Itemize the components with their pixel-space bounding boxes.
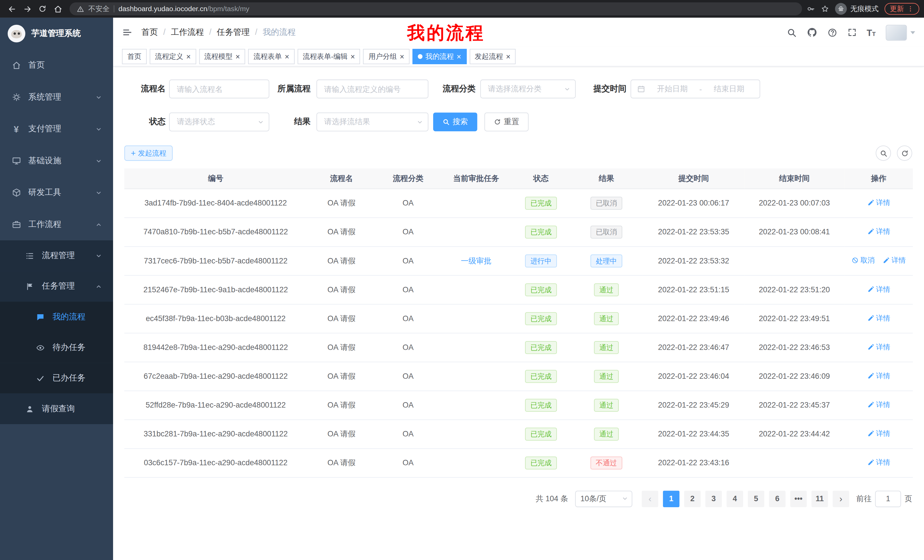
goto-page-input[interactable] — [875, 490, 901, 507]
process-definition-input[interactable] — [316, 79, 428, 99]
tab-close-icon[interactable]: × — [400, 53, 404, 60]
page-button[interactable]: 3 — [705, 490, 722, 507]
github-icon[interactable] — [807, 27, 817, 38]
logo[interactable]: 芋道管理系统 — [0, 18, 113, 49]
back-icon[interactable] — [5, 2, 19, 16]
update-button[interactable]: 更新 — [885, 3, 920, 15]
tab-item[interactable]: 发起流程× — [470, 49, 516, 64]
process-name-input[interactable] — [169, 79, 269, 99]
font-size-icon[interactable]: TT — [867, 27, 876, 37]
breadcrumb-item[interactable]: 首页 — [141, 27, 158, 38]
page-button[interactable]: 2 — [684, 490, 701, 507]
sidebar-item-infrastructure[interactable]: 基础设施 — [0, 145, 113, 177]
forward-icon[interactable] — [20, 2, 34, 16]
detail-action[interactable]: 详情 — [867, 342, 890, 352]
sidebar-item-done-tasks[interactable]: 已办任务 — [0, 363, 113, 393]
cell-actions: 详情 — [844, 304, 913, 333]
home-icon[interactable] — [51, 2, 65, 16]
refresh-button[interactable] — [897, 145, 912, 161]
address-bar[interactable]: 不安全 dashboard.yudao.iocoder.cn/bpm/task/… — [70, 2, 802, 15]
detail-action[interactable]: 详情 — [867, 458, 890, 467]
tab-close-icon[interactable]: × — [350, 53, 355, 60]
detail-action[interactable]: 详情 — [867, 429, 890, 439]
hamburger-icon[interactable] — [122, 27, 132, 38]
star-icon[interactable] — [821, 5, 829, 13]
cancel-action[interactable]: 取消 — [852, 256, 874, 265]
tab-close-icon[interactable]: × — [285, 53, 289, 60]
search-icon[interactable] — [787, 27, 796, 37]
search-toggle-button[interactable] — [876, 145, 891, 161]
cell-end-time: 2022-01-22 23:45:37 — [744, 391, 844, 419]
chevron-down-icon — [95, 94, 102, 100]
sidebar-item-todo-tasks[interactable]: 待办任务 — [0, 332, 113, 363]
start-date-placeholder: 开始日期 — [648, 84, 697, 94]
detail-action[interactable]: 详情 — [867, 198, 890, 208]
search-button[interactable]: 搜索 — [433, 112, 477, 131]
cell-end-time: 2022-01-22 23:46:53 — [744, 333, 844, 362]
current-task-link[interactable]: 一级审批 — [461, 256, 491, 265]
user-menu[interactable] — [886, 24, 915, 40]
tab-item[interactable]: 流程模型× — [199, 49, 245, 64]
incognito-chip[interactable]: 无痕模式 — [835, 3, 879, 15]
detail-action[interactable]: 详情 — [867, 313, 890, 323]
tabs-bar: 首页流程定义×流程模型×流程表单×流程表单-编辑×用户分组×我的流程×发起流程× — [113, 47, 924, 66]
done-tasks-icon — [35, 374, 45, 382]
column-header-current-task: 当前审批任务 — [440, 168, 512, 189]
refresh-icon[interactable] — [35, 2, 50, 16]
help-icon[interactable] — [827, 27, 837, 37]
goto-suffix-label: 页 — [904, 493, 912, 504]
table-row: 2152467e-7b9b-11ec-9a1b-acde48001122 OA … — [124, 275, 913, 304]
breadcrumb-item[interactable]: 任务管理 — [209, 27, 249, 38]
tab-item[interactable]: 我的流程× — [412, 49, 466, 64]
warning-icon — [76, 5, 84, 13]
sidebar-item-home[interactable]: 首页 — [0, 49, 113, 81]
tab-item[interactable]: 流程定义× — [150, 49, 196, 64]
breadcrumb-item[interactable]: 工作流程 — [164, 27, 204, 38]
page-button[interactable]: 1 — [663, 490, 680, 507]
detail-action[interactable]: 详情 — [867, 400, 890, 410]
tab-close-icon[interactable]: × — [186, 53, 191, 60]
sidebar-item-my-process[interactable]: 我的流程 — [0, 302, 113, 332]
page-button[interactable]: 5 — [748, 490, 764, 507]
cell-result: 通过 — [570, 304, 643, 333]
status-select[interactable]: 请选择状态 — [169, 112, 269, 131]
cell-name: OA 请假 — [307, 275, 376, 304]
page-size-select[interactable]: 10条/页 — [575, 490, 632, 507]
start-process-button[interactable]: + 发起流程 — [124, 145, 173, 161]
detail-action[interactable]: 详情 — [867, 227, 890, 237]
page-button[interactable]: 11 — [812, 490, 828, 507]
prev-page-button[interactable]: ‹ — [642, 490, 658, 507]
sidebar-item-dev-tools[interactable]: 研发工具 — [0, 177, 113, 208]
sidebar-item-process-management[interactable]: 流程管理 — [0, 240, 113, 271]
detail-action[interactable]: 详情 — [883, 256, 906, 265]
tab-item[interactable]: 流程表单-编辑× — [297, 49, 360, 64]
detail-action[interactable]: 详情 — [867, 371, 890, 381]
start-process-label: 发起流程 — [138, 148, 166, 158]
key-icon[interactable] — [807, 5, 815, 13]
sidebar-item-leave-query[interactable]: 请假查询 — [0, 394, 113, 424]
result-badge: 不通过 — [591, 456, 622, 469]
page-button[interactable]: 4 — [727, 490, 743, 507]
page-button[interactable]: 6 — [769, 490, 786, 507]
tab-item[interactable]: 首页 — [122, 49, 147, 64]
tab-close-icon[interactable]: × — [506, 53, 510, 60]
result-select[interactable]: 请选择流结果 — [316, 112, 428, 131]
tab-close-icon[interactable]: × — [236, 53, 240, 60]
filter-label-definition: 所属流程 — [269, 84, 310, 94]
category-select[interactable]: 请选择流程分类 — [480, 79, 576, 99]
reset-button[interactable]: 重置 — [484, 112, 528, 131]
sidebar-item-task-management[interactable]: 任务管理 — [0, 271, 113, 301]
sidebar-item-payment[interactable]: ¥ 支付管理 — [0, 113, 113, 145]
sidebar-item-system[interactable]: 系统管理 — [0, 81, 113, 113]
filter-label-category: 流程分类 — [428, 84, 476, 94]
pagination-more-button[interactable]: ••• — [790, 490, 807, 507]
submit-time-range[interactable]: 开始日期 - 结束日期 — [630, 79, 760, 99]
sidebar-item-workflow[interactable]: 工作流程 — [0, 209, 113, 240]
cell-name: OA 请假 — [307, 333, 376, 362]
tab-item[interactable]: 用户分组× — [363, 49, 410, 64]
detail-action[interactable]: 详情 — [867, 284, 890, 294]
fullscreen-icon[interactable] — [847, 28, 856, 37]
tab-item[interactable]: 流程表单× — [248, 49, 294, 64]
tab-close-icon[interactable]: × — [457, 53, 461, 60]
next-page-button[interactable]: › — [832, 490, 849, 507]
